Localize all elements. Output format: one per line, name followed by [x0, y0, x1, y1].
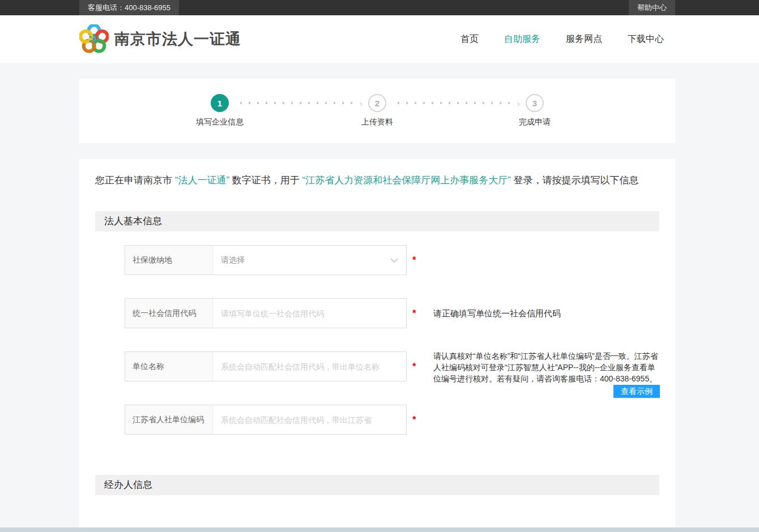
main-nav: 首页 自助服务 服务网点 下载中心 — [460, 33, 675, 45]
credit-code-input-wrap — [213, 299, 406, 328]
unit-code-input[interactable] — [221, 415, 398, 424]
steps-card: 1 填写企业信息 › 2 上传资料 › 3 完成申请 — [79, 79, 675, 143]
unit-code-input-wrap — [213, 405, 406, 434]
intro-part-3: 登录，请按提示填写以下信息 — [511, 175, 639, 186]
field-box: 单位名称 — [125, 351, 407, 381]
nav-service-outlets[interactable]: 服务网点 — [566, 33, 602, 45]
social-insurance-location-select[interactable]: 请选择 — [213, 246, 406, 274]
field-label-credit-code: 统一社会信用代码 — [125, 299, 213, 328]
form-row-credit-code: 统一社会信用代码 * 请正确填写单位统一社会信用代码 — [125, 298, 659, 328]
nav-home[interactable]: 首页 — [460, 33, 479, 45]
field-box: 江苏省人社单位编码 — [125, 405, 407, 435]
step-connector: › — [229, 94, 368, 112]
form-rows: 社保缴纳地 请选择 * 统一社会信用代码 * 请正确填写单位统一社会信用代码 — [125, 245, 659, 435]
step-3-circle: 3 — [526, 94, 544, 112]
select-value: 请选择 — [221, 255, 245, 265]
field-box: 社保缴纳地 请选择 — [125, 245, 407, 275]
nav-self-service[interactable]: 自助服务 — [504, 33, 540, 45]
chevron-down-icon — [390, 258, 398, 263]
view-example-button[interactable]: 查看示例 — [613, 385, 660, 398]
step-3: 3 完成申请 — [526, 94, 544, 112]
company-name-input[interactable] — [221, 362, 398, 371]
step-1-label: 填写企业信息 — [196, 117, 244, 127]
intro-part-1: 您正在申请南京市 — [95, 175, 175, 186]
intro-part-2: 数字证书，用于 — [229, 175, 302, 186]
customer-service-phone: 客服电话：400-838-6955 — [79, 0, 179, 15]
field-label-unit-code: 江苏省人社单位编码 — [125, 405, 213, 434]
required-asterisk: * — [412, 361, 416, 372]
step-3-label: 完成申请 — [519, 117, 551, 127]
brand-home-link[interactable]: 南京市法人一证通 — [79, 24, 241, 54]
credit-code-note: 请正确填写单位统一社会信用代码 — [433, 308, 561, 319]
note-actions: 查看示例 — [433, 385, 660, 398]
topbar: 客服电话：400-838-6955 帮助中心 — [0, 0, 759, 15]
intro-text: 您正在申请南京市 “法人一证通” 数字证书，用于 “江苏省人力资源和社会保障厅网… — [95, 173, 659, 188]
plum-blossom-logo-icon — [79, 24, 109, 54]
step-1: 1 填写企业信息 — [211, 94, 229, 112]
intro-highlight-portal: “江苏省人力资源和社会保障厅网上办事服务大厅” — [302, 175, 511, 186]
step-2-label: 上传资料 — [361, 117, 393, 127]
field-box: 统一社会信用代码 — [125, 298, 407, 328]
horizontal-scrollbar[interactable] — [0, 527, 759, 532]
dotted-line — [237, 102, 357, 104]
required-asterisk: * — [412, 308, 416, 319]
nav-download-center[interactable]: 下载中心 — [628, 33, 664, 45]
brand-title: 南京市法人一证通 — [114, 29, 241, 49]
form-row-social-insurance-location: 社保缴纳地 请选择 * — [125, 245, 659, 275]
form-row-unit-code: 江苏省人社单位编码 * — [125, 405, 659, 435]
application-form-card: 您正在申请南京市 “法人一证通” 数字证书，用于 “江苏省人力资源和社会保障厅网… — [79, 159, 675, 532]
stepper: 1 填写企业信息 › 2 上传资料 › 3 完成申请 — [79, 79, 675, 112]
arrow-right-icon: › — [517, 99, 520, 108]
credit-code-input[interactable] — [221, 309, 398, 318]
company-name-note: 请认真核对“单位名称”和“江苏省人社单位编码”是否一致。江苏省人社编码核对可登录… — [433, 350, 660, 384]
help-center-link[interactable]: 帮助中心 — [629, 0, 675, 15]
section-legal-person-info: 法人基本信息 — [95, 211, 659, 231]
step-connector: › — [386, 94, 526, 112]
field-label-social-insurance-location: 社保缴纳地 — [125, 246, 213, 274]
required-asterisk: * — [412, 255, 416, 266]
intro-highlight-certificate: “法人一证通” — [175, 175, 229, 186]
step-2: 2 上传资料 — [368, 94, 386, 112]
step-2-circle: 2 — [368, 94, 386, 112]
company-name-note-block: 请认真核对“单位名称”和“江苏省人社单位编码”是否一致。江苏省人社编码核对可登录… — [433, 350, 660, 398]
step-1-circle: 1 — [211, 94, 229, 112]
company-name-input-wrap — [213, 352, 406, 381]
required-asterisk: * — [412, 414, 416, 426]
section-agent-info: 经办人信息 — [95, 475, 659, 495]
field-label-company-name: 单位名称 — [125, 352, 213, 381]
dotted-line — [394, 102, 515, 104]
arrow-right-icon: › — [360, 99, 363, 108]
form-row-company-name: 单位名称 * 请认真核对“单位名称”和“江苏省人社单位编码”是否一致。江苏省人社… — [125, 351, 659, 381]
site-header: 南京市法人一证通 首页 自助服务 服务网点 下载中心 — [0, 15, 759, 63]
